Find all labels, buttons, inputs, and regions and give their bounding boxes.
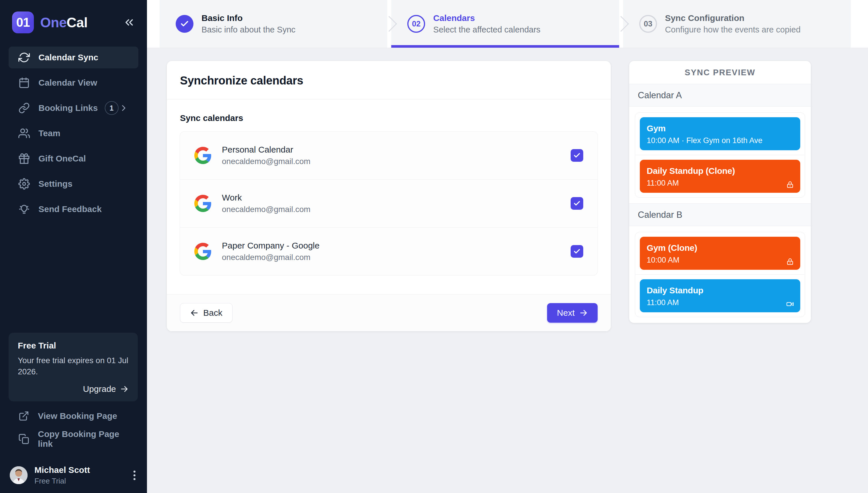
step-number: 03 [639,15,657,33]
sidebar: 01 OneCal Calendar Sync Calendar View [0,0,147,493]
event-title: Gym [647,124,793,133]
sidebar-item-label: Calendar View [39,78,97,88]
step-subtitle: Configure how the events are copied [665,25,801,35]
google-logo-icon [194,243,211,260]
event-title: Daily Standup [647,285,793,295]
video-icon [786,300,794,308]
free-trial-title: Free Trial [18,341,129,350]
copy-booking-page-link[interactable]: Copy Booking Page link [8,428,138,450]
wizard-footer: Back Next [167,294,611,331]
sidebar-item-send-feedback[interactable]: Send Feedback [8,198,138,220]
calendar-a-events: Gym 10:00 AM · Flex Gym on 16th Ave Dail… [635,112,805,198]
copy-icon [18,433,29,445]
app-window: 01 OneCal Calendar Sync Calendar View [0,0,868,493]
free-trial-card: Free Trial Your free trial expires on 01… [8,333,138,401]
event-time: 11:00 AM [647,298,793,307]
gear-icon [18,178,30,190]
event-time: 10:00 AM · Flex Gym on 16th Ave [647,136,793,145]
sidebar-item-label: Send Feedback [39,204,101,214]
calendar-name: Work [222,193,311,202]
page-title: Synchronize calendars [180,74,598,87]
calendar-a-header: Calendar A [629,84,811,107]
event-time: 10:00 AM [647,256,793,264]
synchronize-calendars-card: Synchronize calendars Sync calendars Per… [167,61,611,331]
booking-links-count-badge: 1 [105,101,118,115]
calendar-checkbox[interactable] [571,149,583,162]
brand-row: 01 OneCal [0,0,147,33]
calendar-list: Personal Calendar onecaldemo@gmail.com W… [180,132,598,275]
calendar-email: onecaldemo@gmail.com [222,253,319,262]
upgrade-link[interactable]: Upgrade [18,384,129,394]
sidebar-item-calendar-view[interactable]: Calendar View [8,72,138,94]
gift-icon [18,153,30,164]
calendar-email: onecaldemo@gmail.com [222,205,311,214]
event-title: Gym (Clone) [647,243,793,253]
users-icon [18,128,30,139]
calendar-row-personal[interactable]: Personal Calendar onecaldemo@gmail.com [180,132,598,179]
wizard-stepper: Basic Info Basic info about the Sync 02 … [147,0,868,48]
sync-preview-title: SYNC PREVIEW [629,61,811,84]
calendar-row-work[interactable]: Work onecaldemo@gmail.com [180,179,598,227]
event-daily-standup-clone: Daily Standup (Clone) 11:00 AM [640,160,800,193]
free-trial-body: Your free trial expires on 01 Jul 2026. [18,355,129,377]
user-menu-kebab-icon[interactable] [131,468,138,483]
event-gym: Gym 10:00 AM · Flex Gym on 16th Ave [640,117,800,150]
step-calendars[interactable]: 02 Calendars Select the affected calenda… [391,0,619,48]
step-basic-info[interactable]: Basic Info Basic info about the Sync [160,0,387,48]
arrow-right-icon [120,385,129,393]
step-subtitle: Select the affected calendars [433,25,541,35]
user-row[interactable]: Michael Scott Free Trial [8,462,139,489]
sidebar-item-label: Booking Links [39,103,98,113]
lightbulb-icon [18,203,30,215]
calendar-name: Paper Company - Google [222,241,319,251]
chevron-right-icon [119,103,129,113]
google-logo-icon [194,147,211,164]
sync-calendars-label: Sync calendars [180,113,598,123]
sidebar-item-gift-onecal[interactable]: Gift OneCal [8,148,138,170]
sidebar-collapse-icon[interactable] [123,16,136,29]
event-daily-standup: Daily Standup 11:00 AM [640,279,800,312]
event-gym-clone: Gym (Clone) 10:00 AM [640,237,800,270]
arrow-right-icon [579,308,588,317]
user-name: Michael Scott [35,465,90,475]
sidebar-item-label: Calendar Sync [39,52,98,62]
lock-icon [786,258,794,265]
onecal-logo: 01 [12,12,34,33]
calendar-checkbox[interactable] [571,245,583,258]
event-time: 11:00 AM [647,179,793,188]
calendar-email: onecaldemo@gmail.com [222,157,311,166]
calendar-b-events: Gym (Clone) 10:00 AM Daily Standup 11:00… [635,232,805,317]
sidebar-item-label: Settings [39,179,72,189]
back-button[interactable]: Back [180,303,232,323]
external-link-icon [18,410,29,422]
step-title: Sync Configuration [665,13,801,23]
arrow-left-icon [190,308,199,317]
link-icon [18,102,30,114]
calendar-b-header: Calendar B [629,203,811,226]
view-booking-page-link[interactable]: View Booking Page [8,405,138,428]
calendar-icon [18,77,30,88]
step-sync-configuration[interactable]: 03 Sync Configuration Configure how the … [623,0,851,48]
user-meta: Michael Scott Free Trial [35,465,90,486]
sidebar-item-settings[interactable]: Settings [8,173,138,195]
avatar [10,466,27,484]
sidebar-item-label: Team [39,128,60,138]
step-check-icon [176,15,193,33]
sync-icon [18,52,30,63]
calendar-checkbox[interactable] [571,197,583,210]
step-subtitle: Basic info about the Sync [202,25,295,35]
sync-preview-panel: SYNC PREVIEW Calendar A Gym 10:00 AM · F… [629,61,811,323]
step-title: Calendars [433,13,541,23]
sidebar-item-booking-links[interactable]: Booking Links 1 [8,97,138,119]
sidebar-item-calendar-sync[interactable]: Calendar Sync [8,46,138,68]
next-button[interactable]: Next [547,303,598,323]
calendar-row-paper-company[interactable]: Paper Company - Google onecaldemo@gmail.… [180,227,598,275]
calendar-name: Personal Calendar [222,145,311,154]
side-link-label: View Booking Page [38,411,117,421]
side-link-label: Copy Booking Page link [38,429,128,449]
sidebar-footer-links: View Booking Page Copy Booking Page link [8,405,138,450]
sidebar-item-label: Gift OneCal [39,154,86,164]
user-plan: Free Trial [35,477,90,486]
step-number: 02 [407,15,425,33]
sidebar-item-team[interactable]: Team [8,122,138,144]
